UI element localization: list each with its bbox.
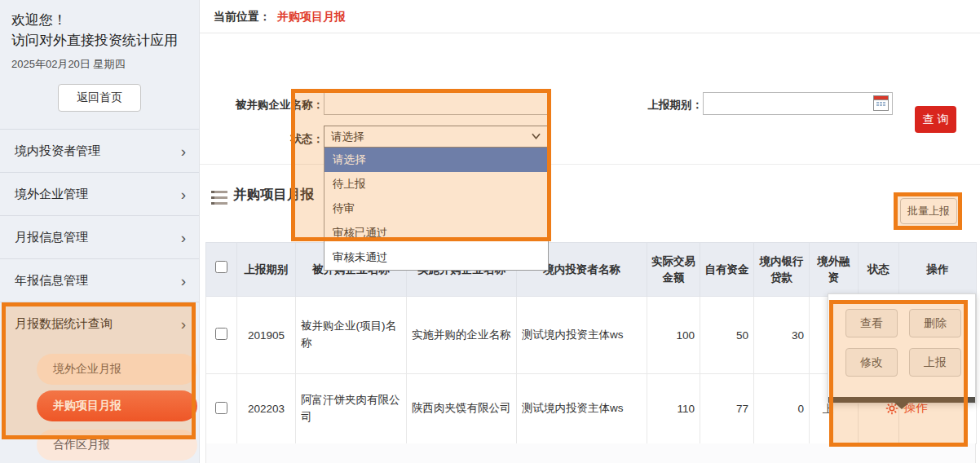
status-select-value: 请选择	[331, 130, 364, 144]
sidebar-item-label: 月报数据统计查询	[15, 316, 113, 332]
row-checkbox[interactable]	[215, 402, 227, 414]
status-text: 上	[823, 402, 834, 417]
status-label: 状态：	[263, 132, 324, 147]
select-all-checkbox[interactable]	[215, 261, 227, 273]
popover-bottom-bar	[828, 397, 975, 403]
status-select[interactable]: 请选择	[324, 126, 549, 148]
return-home-button[interactable]: 返回首页	[58, 84, 141, 112]
col-header-actions: 操作	[899, 243, 977, 297]
view-button[interactable]: 查看	[845, 309, 898, 337]
sidebar-subitem-coopzone-monthly[interactable]: 合作区月报	[37, 430, 197, 461]
chevron-right-icon: ›	[181, 230, 186, 245]
cell-amount: 110	[647, 374, 700, 444]
sidebar-item-overseas-enterprise[interactable]: 境外企业管理 ›	[0, 172, 199, 215]
sidebar-item-label: 年报信息管理	[15, 273, 88, 289]
sidebar-item-label: 境外企业管理	[15, 187, 88, 202]
sidebar: 欢迎您！ 访问对外直接投资统计应用 2025年02月20日 星期四 返回首页 境…	[0, 0, 200, 463]
table-header-row: 上报期别 被并购企业名称 实施并购企业名称 境内投资者名称 实际交易金额 自有资…	[206, 243, 977, 297]
welcome-line-1: 欢迎您！	[11, 10, 188, 30]
cell-period: 201905	[237, 297, 296, 374]
row-checkbox[interactable]	[215, 328, 227, 340]
company-name-label: 被并购企业名称：	[226, 98, 324, 112]
cell-amount: 100	[647, 297, 700, 374]
submit-button[interactable]: 上报	[909, 348, 961, 377]
sidebar-item-monthly-report-info[interactable]: 月报信息管理 ›	[0, 215, 199, 258]
col-header-period: 上报期别	[237, 243, 296, 297]
status-option-please-select[interactable]: 请选择	[324, 148, 548, 172]
edit-button[interactable]: 修改	[845, 348, 898, 377]
cell-target: 被并购企业(项目)名称	[296, 297, 407, 374]
table-footer-strip	[205, 443, 976, 463]
col-header-foreign-financing: 境外融资	[810, 243, 859, 297]
chevron-down-icon	[532, 133, 541, 139]
col-header-own-funds: 自有资金	[700, 243, 754, 297]
app-window: 欢迎您！ 访问对外直接投资统计应用 2025年02月20日 星期四 返回首页 境…	[0, 0, 980, 463]
sidebar-item-label: 月报信息管理	[15, 230, 88, 245]
chevron-right-icon: ›	[181, 187, 186, 202]
breadcrumb-prefix: 当前位置：	[214, 10, 271, 23]
batch-submit-button[interactable]: 批量上报	[900, 198, 957, 224]
current-date: 2025年02月20日 星期四	[11, 57, 188, 72]
filter-panel: 被并购企业名称： 上报期别： 查 询 状态： 请选择 请选择 待上报 待审 审核…	[200, 33, 980, 165]
report-period-label: 上报期别：	[646, 98, 703, 112]
sidebar-subitem-ma-project-monthly[interactable]: 并购项目月报	[37, 390, 197, 421]
cell-acquirer: 实施并购的企业名称	[407, 297, 517, 374]
col-header-status: 状态	[859, 243, 899, 297]
cell-domestic-loan: 0	[754, 374, 810, 444]
sidebar-subitem-overseas-monthly[interactable]: 境外企业月报	[37, 354, 197, 385]
breadcrumb-current: 并购项目月报	[277, 10, 346, 23]
col-header-domestic-loan: 境内银行贷款	[754, 243, 810, 297]
cell-own-funds: 50	[700, 297, 754, 374]
col-header-amount: 实际交易金额	[647, 243, 700, 297]
status-option-review-passed[interactable]: 审核已通过	[324, 221, 548, 245]
sidebar-item-label: 境内投资者管理	[15, 143, 100, 159]
cell-target: 阿富汗饼夹肉有限公司	[296, 374, 407, 444]
list-icon	[211, 191, 227, 205]
search-button[interactable]: 查 询	[915, 106, 956, 133]
table-section-header: 并购项目月报 | 批量上报	[200, 165, 980, 242]
sidebar-item-monthly-statistics-query[interactable]: 月报数据统计查询 ›	[0, 302, 199, 345]
cell-own-funds: 77	[700, 374, 754, 444]
section-title: 并购项目月报	[233, 186, 314, 204]
cell-investor: 测试境内投资主体ws	[517, 374, 647, 444]
cell-investor: 测试境内投资主体ws	[517, 297, 647, 374]
sidebar-item-annual-report-info[interactable]: 年报信息管理 ›	[0, 258, 199, 302]
cell-period: 202203	[237, 374, 296, 444]
popover-arrow	[894, 403, 909, 409]
sidebar-menu: 境内投资者管理 › 境外企业管理 › 月报信息管理 › 年报信息管理 › 月报数…	[0, 129, 199, 345]
status-dropdown-list: 请选择 待上报 待审 审核已通过 审核未通过	[324, 148, 549, 271]
cell-acquirer: 陕西肉夹馍有限公司	[407, 374, 517, 444]
report-period-input[interactable]	[703, 92, 893, 115]
status-option-pending-submit[interactable]: 待上报	[324, 172, 548, 196]
row-actions-popover: 查看 删除 修改 上报	[828, 293, 976, 403]
delete-button[interactable]: 删除	[909, 309, 961, 337]
welcome-line-2: 访问对外直接投资统计应用	[11, 30, 188, 51]
status-option-pending-review[interactable]: 待审	[324, 196, 548, 221]
chevron-right-icon: ›	[181, 273, 186, 289]
company-name-input[interactable]	[324, 92, 550, 115]
calendar-icon[interactable]	[873, 95, 889, 111]
welcome-block: 欢迎您！ 访问对外直接投资统计应用 2025年02月20日 星期四 返回首页	[0, 0, 199, 112]
cell-domestic-loan: 30	[754, 297, 810, 374]
sidebar-item-domestic-investors[interactable]: 境内投资者管理 ›	[0, 129, 199, 172]
breadcrumb: 当前位置： 并购项目月报	[200, 0, 980, 33]
status-option-review-failed[interactable]: 审核未通过	[324, 245, 548, 270]
chevron-right-icon: ›	[181, 143, 186, 159]
chevron-right-icon: ›	[181, 316, 186, 332]
